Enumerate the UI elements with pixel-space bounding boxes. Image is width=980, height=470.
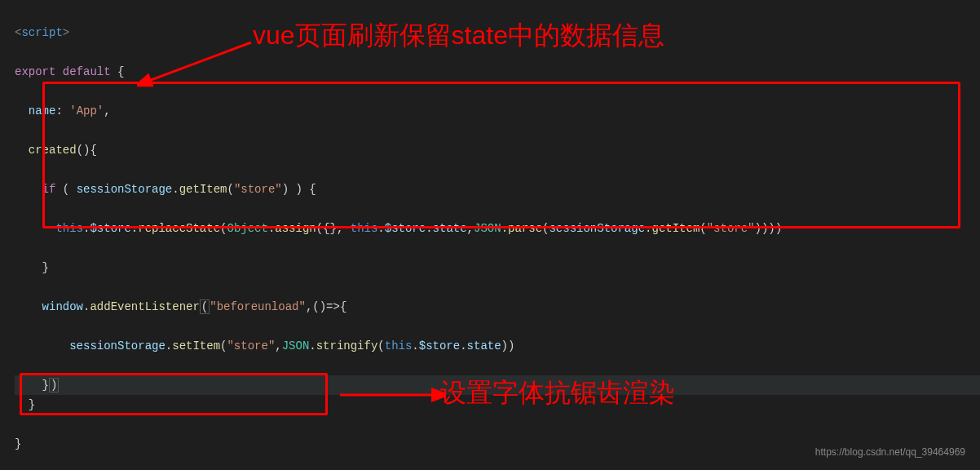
annotation-bottom: 设置字体抗锯齿渲染	[440, 375, 675, 411]
code-line: created(){	[15, 140, 980, 160]
code-line: }	[15, 258, 980, 277]
code-line: if ( sessionStorage.getItem("store") ) {	[15, 180, 980, 199]
watermark: https://blog.csdn.net/qq_39464969	[815, 446, 965, 458]
code-line: export default {	[15, 62, 980, 82]
code-line: this.$store.replaceState(Object.assign({…	[15, 219, 980, 238]
code-line: name: 'App',	[15, 101, 980, 121]
annotation-top: vue页面刷新保留state中的数据信息	[253, 18, 664, 54]
code-line: window.addEventListener("beforeunload",(…	[15, 297, 980, 317]
code-line: sessionStorage.setItem("store",JSON.stri…	[15, 336, 980, 356]
